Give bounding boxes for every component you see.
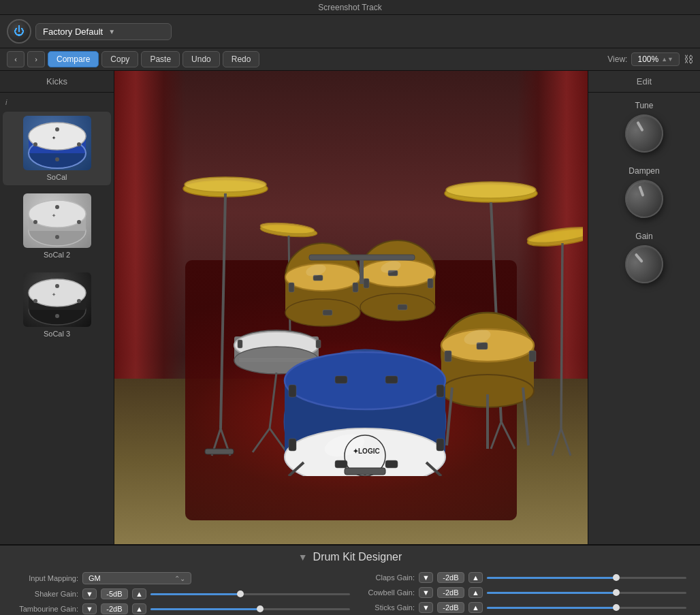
kick-label-3: SoCal 3 [44,330,70,338]
cowbell-gain-thumb [613,589,620,596]
kicks-header: Kicks [0,71,114,93]
sticks-gain-thumb [613,604,620,611]
sticks-gain-up[interactable]: ▲ [468,602,483,613]
tambourine-gain-slider[interactable] [150,608,350,610]
svg-rect-106 [309,255,415,260]
svg-point-16 [55,235,59,239]
svg-point-27 [185,177,266,192]
kick-thumbnail-2: ✦ [23,193,91,248]
gain-knob[interactable] [618,238,671,291]
svg-rect-102 [345,468,385,475]
back-button[interactable]: ‹ [7,51,25,67]
svg-rect-68 [238,340,242,348]
sticks-gain-label: Sticks Gain: [350,603,415,612]
input-mapping-dropdown[interactable]: GM ⌃⌄ [82,572,191,584]
svg-point-4 [29,123,86,150]
svg-rect-57 [364,279,369,288]
cowbell-gain-value: -2dB [437,587,464,598]
svg-point-7 [55,127,59,131]
claps-gain-label: Claps Gain: [350,573,415,582]
kick-item-3[interactable]: ✦ SoCal 3 [3,268,111,342]
svg-rect-99 [385,460,398,468]
claps-gain-thumb [613,574,620,581]
svg-point-24 [55,314,59,318]
dropdown-arrow: ▼ [108,28,115,35]
svg-line-28 [221,193,225,428]
view-label: View: [607,54,627,64]
power-button[interactable]: ⏻ [7,19,31,44]
tune-label: Tune [635,101,654,110]
compare-button[interactable]: Compare [48,51,99,67]
claps-gain-slider[interactable] [487,577,686,579]
bottom-title: ▼ Drum Kit Designer [0,546,700,569]
claps-gain-dropdown[interactable]: ▼ [419,572,433,583]
svg-point-86 [285,352,445,409]
claps-gain-up[interactable]: ▲ [468,572,483,583]
top-bar: ⏻ SoCal Factory Default ▼ [0,15,700,48]
svg-rect-98 [335,460,347,468]
tune-knob[interactable] [618,108,670,159]
drum-kit-container: ✦LOGIC [120,95,583,521]
kick-drum-svg-1: ✦ [23,116,91,170]
window-title: Screenshot Track [318,3,381,12]
cowbell-gain-dropdown[interactable]: ▼ [419,587,433,598]
drum-kit-svg: ✦LOGIC [120,95,583,476]
sticks-gain-slider[interactable] [487,607,686,609]
preset-name-display: Factory Default [43,27,103,37]
claps-gain-row: Claps Gain: ▼ -2dB ▲ [350,570,686,585]
cowbell-gain-row: Cowbell Gain: ▼ -2dB ▲ [350,585,686,600]
svg-point-8 [55,157,59,161]
shaker-gain-slider[interactable] [150,593,350,595]
svg-point-14 [77,220,81,224]
svg-point-12 [29,200,86,227]
link-button[interactable]: ⛓ [684,54,693,65]
shaker-gain-row: Shaker Gain: ▼ -5dB ▲ [14,586,350,601]
dampen-label: Dampen [629,166,659,176]
redo-button[interactable]: Redo [223,51,260,67]
svg-text:✦: ✦ [52,292,56,297]
shaker-gain-dropdown[interactable]: ▼ [82,588,97,599]
sticks-gain-row: Sticks Gain: ▼ -2dB ▲ [350,600,686,615]
tambourine-gain-dropdown[interactable]: ▼ [82,603,97,614]
forward-button[interactable]: › [27,51,45,67]
sticks-gain-dropdown[interactable]: ▼ [419,602,433,613]
svg-text:✦: ✦ [52,136,56,140]
sticks-gain-fill [487,607,617,609]
svg-point-15 [55,205,59,209]
undo-button[interactable]: Undo [182,51,220,67]
edit-header: Edit [588,71,700,93]
svg-rect-92 [289,385,296,397]
svg-line-38 [561,243,562,428]
tambourine-gain-thumb [257,605,264,612]
cowbell-gain-slider[interactable] [487,592,686,594]
preset-dropdown[interactable]: SoCal Factory Default ▼ [35,23,172,40]
plugin-title: Drum Kit Designer [313,551,402,563]
copy-button[interactable]: Copy [101,51,138,67]
svg-rect-93 [436,385,444,397]
svg-point-6 [77,142,81,146]
claps-gain-value: -2dB [437,572,464,583]
title-bar: Screenshot Track [0,0,700,15]
tambourine-gain-up[interactable]: ▲ [132,603,146,614]
kick-label-2: SoCal 2 [44,251,70,259]
svg-rect-94 [289,439,296,451]
kick-item-2[interactable]: ✦ SoCal 2 [3,189,111,263]
svg-rect-51 [323,310,332,315]
svg-rect-97 [385,376,398,383]
cowbell-gain-up[interactable]: ▲ [468,587,483,598]
kick-item-1[interactable]: ✦ SoCal [3,112,111,185]
svg-rect-69 [316,340,321,348]
svg-rect-48 [289,283,294,292]
kicks-info-icon: i [5,98,7,106]
dampen-knob[interactable] [620,174,669,223]
svg-rect-58 [428,279,433,288]
shaker-gain-up[interactable]: ▲ [132,588,146,599]
gain-label: Gain [635,232,652,241]
collapse-arrow[interactable]: ▼ [298,552,308,563]
svg-point-21 [33,299,37,303]
view-percent[interactable]: 100% ▲▼ [631,52,680,66]
paste-button[interactable]: Paste [141,51,180,67]
svg-rect-95 [436,439,444,451]
tambourine-gain-value: -2dB [101,603,128,614]
svg-rect-80 [445,351,451,362]
